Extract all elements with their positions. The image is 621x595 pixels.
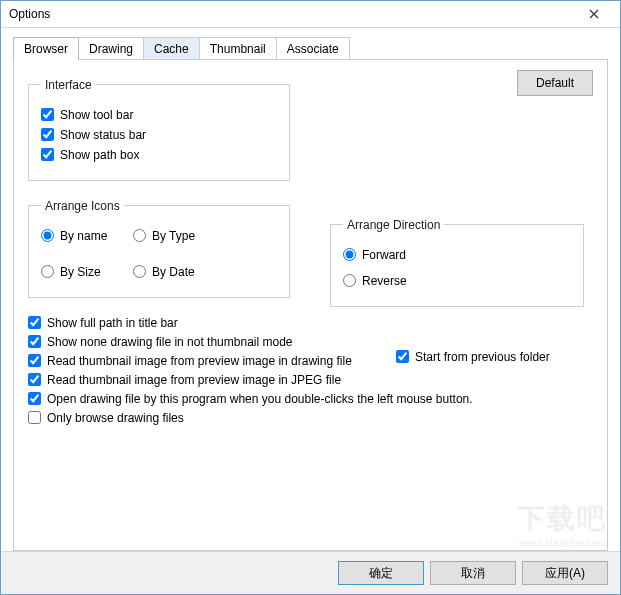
rad-by-type-input[interactable] [133, 229, 146, 242]
tab-associate[interactable]: Associate [276, 37, 350, 60]
chk-only-drawing-input[interactable] [28, 411, 41, 424]
chk-none-drawing-input[interactable] [28, 335, 41, 348]
chk-show-toolbar-label: Show tool bar [60, 108, 133, 122]
rad-by-type[interactable]: By Type [133, 229, 277, 243]
group-arrange-icons-legend: Arrange Icons [41, 199, 124, 213]
group-arrange-direction: Arrange Direction Forward Reverse [330, 218, 584, 307]
chk-show-statusbar-input[interactable] [41, 128, 54, 141]
chk-start-previous-folder-input[interactable] [396, 350, 409, 363]
rad-forward[interactable]: Forward [343, 248, 571, 262]
chk-thumb-jpeg-label: Read thumbnail image from preview image … [47, 373, 341, 387]
chk-thumb-drawing-input[interactable] [28, 354, 41, 367]
chk-show-pathbox[interactable]: Show path box [41, 148, 277, 162]
options-dialog: Options Browser Drawing Cache Thumbnail … [0, 0, 621, 595]
rad-forward-label: Forward [362, 248, 406, 262]
chk-thumb-jpeg-input[interactable] [28, 373, 41, 386]
rad-forward-input[interactable] [343, 248, 356, 261]
close-icon [589, 9, 599, 19]
chk-open-dblclick[interactable]: Open drawing file by this program when y… [28, 392, 593, 406]
chk-start-previous-folder-label: Start from previous folder [415, 350, 550, 364]
titlebar: Options [1, 1, 620, 28]
content-area: Browser Drawing Cache Thumbnail Associat… [1, 28, 620, 551]
rad-by-date-label: By Date [152, 265, 195, 279]
cancel-button[interactable]: 取消 [430, 561, 516, 585]
group-arrange-icons: Arrange Icons By name By Type By Size [28, 199, 290, 298]
rad-reverse-input[interactable] [343, 274, 356, 287]
chk-show-statusbar-label: Show status bar [60, 128, 146, 142]
rad-reverse-label: Reverse [362, 274, 407, 288]
tabstrip: Browser Drawing Cache Thumbnail Associat… [13, 37, 608, 60]
group-interface: Interface Show tool bar Show status bar … [28, 78, 290, 181]
chk-show-statusbar[interactable]: Show status bar [41, 128, 277, 142]
chk-open-dblclick-label: Open drawing file by this program when y… [47, 392, 473, 406]
group-arrange-direction-legend: Arrange Direction [343, 218, 444, 232]
tab-page-browser: Default Interface Show tool bar Show sta… [13, 59, 608, 551]
ok-button[interactable]: 确定 [338, 561, 424, 585]
chk-thumb-jpeg[interactable]: Read thumbnail image from preview image … [28, 373, 593, 387]
chk-open-dblclick-input[interactable] [28, 392, 41, 405]
rad-by-name-label: By name [60, 229, 107, 243]
rad-by-size-label: By Size [60, 265, 101, 279]
chk-thumb-drawing-label: Read thumbnail image from preview image … [47, 354, 352, 368]
chk-show-pathbox-input[interactable] [41, 148, 54, 161]
chk-start-previous-folder[interactable]: Start from previous folder [396, 350, 550, 364]
rad-by-name-input[interactable] [41, 229, 54, 242]
footer: 确定 取消 应用(A) [1, 551, 620, 595]
chk-show-pathbox-label: Show path box [60, 148, 139, 162]
chk-only-drawing-label: Only browse drawing files [47, 411, 184, 425]
apply-button[interactable]: 应用(A) [522, 561, 608, 585]
tab-drawing[interactable]: Drawing [78, 37, 144, 60]
chk-full-path-input[interactable] [28, 316, 41, 329]
close-button[interactable] [576, 2, 612, 26]
chk-none-drawing[interactable]: Show none drawing file in not thumbnail … [28, 335, 593, 349]
chk-full-path[interactable]: Show full path in title bar [28, 316, 593, 330]
chk-show-toolbar[interactable]: Show tool bar [41, 108, 277, 122]
rad-by-size[interactable]: By Size [41, 265, 127, 279]
group-interface-legend: Interface [41, 78, 96, 92]
chk-full-path-label: Show full path in title bar [47, 316, 178, 330]
rad-by-date-input[interactable] [133, 265, 146, 278]
default-button[interactable]: Default [517, 70, 593, 96]
rad-by-name[interactable]: By name [41, 229, 127, 243]
rad-reverse[interactable]: Reverse [343, 274, 571, 288]
tab-cache[interactable]: Cache [143, 37, 200, 60]
tab-browser[interactable]: Browser [13, 37, 79, 60]
chk-show-toolbar-input[interactable] [41, 108, 54, 121]
chk-none-drawing-label: Show none drawing file in not thumbnail … [47, 335, 292, 349]
rad-by-date[interactable]: By Date [133, 265, 277, 279]
tab-thumbnail[interactable]: Thumbnail [199, 37, 277, 60]
dialog-title: Options [9, 7, 50, 21]
lower-checks: Show full path in title bar Show none dr… [28, 316, 593, 425]
rad-by-size-input[interactable] [41, 265, 54, 278]
rad-by-type-label: By Type [152, 229, 195, 243]
chk-only-drawing[interactable]: Only browse drawing files [28, 411, 593, 425]
